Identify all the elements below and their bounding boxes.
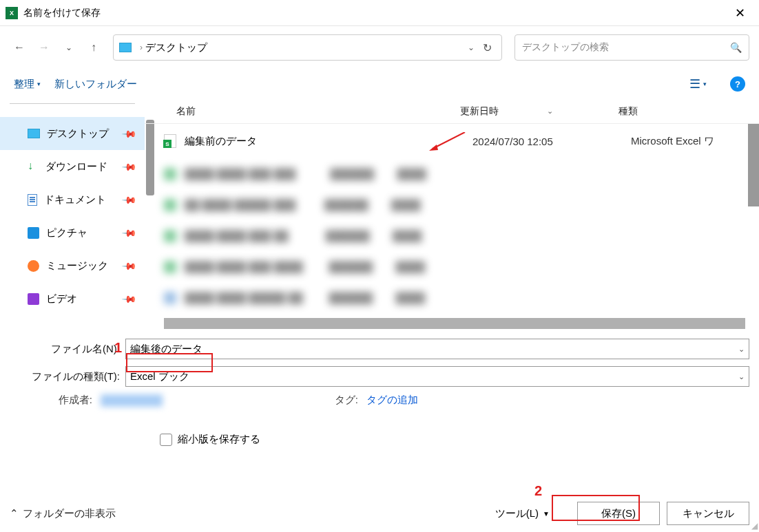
sidebar-item-label: ミュージック	[46, 259, 108, 273]
forward-button[interactable]: →	[34, 38, 54, 57]
up-button[interactable]: ↑	[84, 38, 103, 57]
pin-icon: 📌	[121, 191, 137, 207]
save-button[interactable]: 保存(S)	[577, 502, 660, 525]
pin-icon: 📌	[121, 125, 137, 141]
pin-icon: 📌	[121, 224, 137, 240]
excel-file-icon	[164, 134, 176, 148]
thumbnail-checkbox[interactable]	[160, 434, 172, 446]
header-name[interactable]: 名前	[164, 105, 460, 118]
file-date: 2024/07/30 12:05	[472, 136, 631, 147]
file-row-blurred: ██ ████ █████ ███ ██████ ████	[145, 189, 759, 220]
file-row-blurred: ████ ████ ███ ██ ██████ ████	[145, 220, 759, 251]
save-form: ファイル名(N): 編集後のデータ ⌄ ファイルの種類(T): Excel ブッ…	[0, 329, 759, 446]
title-bar: X 名前を付けて保存 ✕	[0, 0, 759, 26]
downloads-icon	[28, 161, 39, 172]
search-placeholder: デスクトップの検索	[522, 41, 730, 54]
hide-folders-toggle[interactable]: ⌃ フォルダーの非表示	[10, 507, 116, 520]
column-headers: 名前 更新日時⌄ 種類	[145, 99, 759, 124]
videos-icon	[28, 293, 39, 305]
desktop-icon	[28, 129, 40, 138]
file-type: Microsoft Excel ワ	[631, 135, 759, 148]
author-label: 作成者:	[51, 394, 92, 407]
sidebar-item-label: ピクチャ	[46, 226, 87, 240]
resize-grip[interactable]: ◢	[751, 521, 758, 531]
organize-button[interactable]: 整理▾	[14, 78, 41, 91]
window-title: 名前を付けて保存	[23, 7, 726, 19]
file-scrollbar-vertical[interactable]	[748, 124, 759, 206]
address-bar[interactable]: › デスクトップ ⌄ ↻	[113, 34, 502, 61]
tools-dropdown[interactable]: ツール(L)▼	[495, 507, 550, 520]
filename-input[interactable]: 編集後のデータ ⌄	[125, 339, 749, 359]
sidebar-item-videos[interactable]: ビデオ 📌	[0, 282, 145, 315]
refresh-button[interactable]: ↻	[479, 41, 496, 54]
pin-icon: 📌	[121, 257, 137, 273]
breadcrumb-current[interactable]: デスクトップ	[145, 41, 207, 54]
author-value-blurred	[101, 394, 163, 407]
view-options-button[interactable]: ☰ ▾	[689, 76, 707, 92]
file-name: 編集前のデータ	[185, 135, 472, 148]
new-folder-button[interactable]: 新しいフォルダー	[54, 78, 137, 91]
nav-bar: ← → ⌄ ↑ › デスクトップ ⌄ ↻ デスクトップの検索 🔍	[0, 26, 759, 69]
header-date[interactable]: 更新日時⌄	[460, 105, 618, 118]
recent-dropdown[interactable]: ⌄	[59, 38, 79, 57]
sidebar-item-desktop[interactable]: デスクトップ 📌	[0, 117, 145, 150]
search-box[interactable]: デスクトップの検索 🔍	[514, 34, 749, 61]
add-tags-link[interactable]: タグの追加	[366, 394, 418, 407]
sidebar-item-documents[interactable]: ドキュメント 📌	[0, 183, 145, 216]
filetype-label: ファイルの種類(T):	[10, 370, 125, 383]
cancel-button[interactable]: キャンセル	[667, 502, 749, 525]
content-area: デスクトップ 📌 ダウンロード 📌 ドキュメント 📌 ピクチャ 📌 ミュージック…	[0, 99, 759, 329]
desktop-icon	[119, 43, 132, 52]
pin-icon: 📌	[121, 290, 137, 306]
sidebar-item-label: デスクトップ	[47, 127, 109, 140]
sidebar-item-music[interactable]: ミュージック 📌	[0, 249, 145, 282]
thumbnail-label: 縮小版を保存する	[178, 433, 260, 446]
filename-label: ファイル名(N):	[10, 343, 125, 356]
music-icon	[28, 260, 39, 272]
sidebar: デスクトップ 📌 ダウンロード 📌 ドキュメント 📌 ピクチャ 📌 ミュージック…	[0, 99, 145, 329]
help-button[interactable]: ?	[730, 76, 745, 92]
close-button[interactable]: ✕	[726, 0, 753, 26]
filetype-select[interactable]: Excel ブック ⌄	[125, 366, 749, 387]
sidebar-item-label: ビデオ	[46, 292, 77, 306]
documents-icon	[28, 194, 37, 206]
search-icon: 🔍	[730, 42, 742, 53]
address-dropdown[interactable]: ⌄	[464, 43, 479, 52]
back-button[interactable]: ←	[10, 38, 29, 57]
footer: ⌃ フォルダーの非表示 ツール(L)▼ 保存(S) キャンセル	[0, 495, 759, 532]
tags-label: タグ:	[317, 394, 358, 407]
file-row[interactable]: 編集前のデータ 2024/07/30 12:05 Microsoft Excel…	[145, 124, 759, 158]
file-row-blurred: ████ ████ ███ ████ ██████ ████	[145, 251, 759, 282]
sidebar-item-label: ダウンロード	[45, 160, 107, 173]
header-type[interactable]: 種類	[618, 105, 759, 118]
breadcrumb-separator: ›	[140, 43, 143, 52]
sidebar-item-downloads[interactable]: ダウンロード 📌	[0, 150, 145, 183]
file-scrollbar-horizontal[interactable]	[164, 318, 745, 329]
sidebar-item-label: ドキュメント	[44, 193, 106, 206]
sidebar-item-pictures[interactable]: ピクチャ 📌	[0, 216, 145, 249]
file-row-blurred: ████ ████ █████ ██ ██████ ████	[145, 282, 759, 313]
toolbar: 整理▾ 新しいフォルダー ☰ ▾ ?	[0, 69, 759, 99]
file-row-blurred: ████ ████ ███ ███ ██████ ████	[145, 158, 759, 189]
chevron-up-icon: ⌃	[10, 507, 19, 520]
pictures-icon	[28, 227, 39, 239]
file-list: 名前 更新日時⌄ 種類 編集前のデータ 2024/07/30 12:05 Mic…	[145, 99, 759, 329]
pin-icon: 📌	[121, 158, 137, 174]
excel-app-icon: X	[6, 7, 18, 19]
